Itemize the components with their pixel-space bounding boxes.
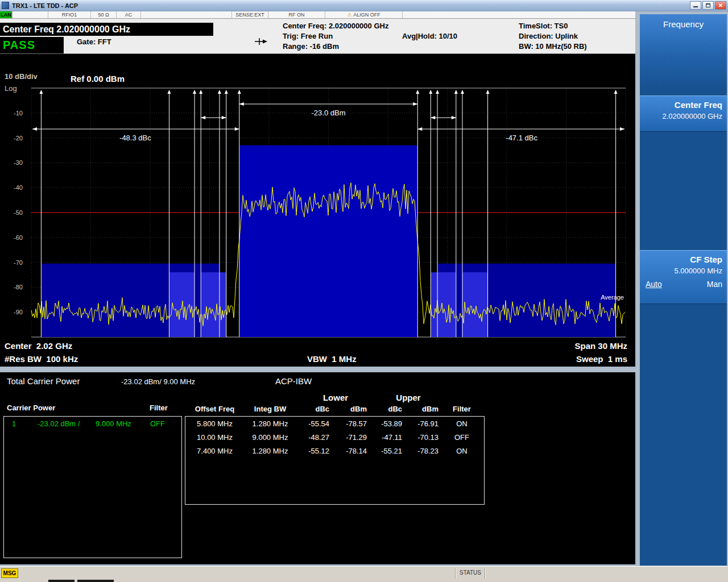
timeslot-setting: TimeSlot: TS0 [519,21,587,31]
upper-group-header: Upper [373,393,444,402]
trigger-icon [254,38,268,45]
carrier-power-header: Carrier Power [7,404,55,412]
trigger-settings: Center Freq: 2.020000000 GHz Trig: Free … [283,21,388,52]
carrier-index: 1 [12,419,38,428]
svg-text:-90: -90 [14,309,23,315]
minimize-icon [693,3,698,7]
cf-step-man-toggle[interactable]: Man [707,280,722,289]
close-icon: ✕ [718,2,723,9]
align-indicator: ⚠ ALIGN OFF [325,11,403,18]
column-header: Offset Freq [188,405,242,413]
span-footer: Span 30 MHz [574,341,627,351]
log-axis-label: Log [5,84,17,93]
menu-title: Frequency [640,14,727,90]
results-panel: Total Carrier Power -23.02 dBm/ 9.00 MHz… [0,372,635,564]
vbw-footer: VBW 1 MHz [307,354,357,364]
app-icon [2,2,9,9]
carrier-table-row: 1 -23.02 dBm / 9.000 MHz OFF [4,417,181,428]
cf-step-auto-toggle[interactable]: Auto [646,280,662,289]
cf-step-softkey-label: CF Step [640,251,727,264]
svg-text:-10: -10 [14,110,23,117]
svg-text:Average: Average [601,294,624,301]
status-cell-blank [13,11,48,18]
column-header: dBc [299,405,335,413]
measurement-bar: Center Freq 2.020000000 GHz PASS Gate: F… [0,19,635,54]
center-freq-softkey-label: Center Freq [640,96,727,110]
svg-text:-20: -20 [14,135,23,142]
bw-setting: BW: 10 MHz(50 RB) [519,41,587,52]
align-label: ALIGN OFF [353,12,380,18]
carrier-power-value: -23.02 dBm / [38,419,96,428]
status-cell-blank [403,11,635,18]
column-header: dBm [408,405,444,413]
lan-indicator: LAN [0,11,13,18]
gate-label: Gate: FFT [77,38,111,46]
restore-icon [706,3,710,7]
pass-status-badge: PASS [0,37,64,53]
svg-text:-30: -30 [14,159,23,166]
offset-table: 5.800 MHz1.280 MHz-55.54-78.57-53.89-76.… [185,416,485,505]
offset-table-row: 10.00 MHz9.000 MHz-48.27-71.29-47.11-70.… [188,433,484,447]
cf-step-softkey-value: 5.000000 MHz [640,264,727,275]
center-freq-softkey-value: 2.020000000 GHz [640,110,727,120]
sweep-footer: Sweep 1 ms [576,354,627,364]
coupling-indicator: AC [117,11,141,18]
titlebar: TRX1 - LTE TDD - ACP ✕ [0,0,728,11]
carrier-bw-value: 9.000 MHz [96,419,150,428]
rf-indicator: RF ON [268,11,325,18]
column-header: dBc [373,405,408,413]
softkey-menu: Frequency Center Freq 2.020000000 GHz CF… [640,14,727,566]
svg-text:-48.3 dBc: -48.3 dBc [119,134,151,142]
scale-label: 10 dB/div [5,72,38,81]
restore-button[interactable] [702,1,714,10]
res-bw-footer: #Res BW 100 kHz [5,354,78,364]
center-freq-softkey[interactable]: Center Freq 2.020000000 GHz [640,95,727,132]
spectrum-plot: -10-20-30-40-50-60-70-80-90-23.0 dBm-48.… [0,54,635,338]
svg-text:-40: -40 [14,184,23,191]
offset-table-group-headers: Lower Upper [188,393,479,402]
measurement-title: ACP-IBW [275,376,312,386]
direction-setting: Direction: Uplink [519,31,587,41]
offset-table-row: 5.800 MHz1.280 MHz-55.54-78.57-53.89-76.… [188,419,484,433]
trig-setting: Trig: Free Run [283,31,388,41]
offset-table-row: 7.400 MHz1.280 MHz-55.12-78.14-55.21-78.… [188,447,484,460]
carrier-table: 1 -23.02 dBm / 9.000 MHz OFF [3,416,182,558]
avg-hold-setting: Avg|Hold: 10/10 [402,32,457,40]
column-header: dBm [335,405,373,413]
lower-group-header: Lower [299,393,373,402]
impedance-indicator: 50 Ω [91,11,117,18]
range-setting: Range: -16 dBm [283,41,388,52]
status-cell-blank [141,11,232,18]
statusbar-divider [485,568,486,579]
column-header: Filter [444,405,479,413]
minimize-button[interactable] [690,1,701,10]
radio-settings: TimeSlot: TS0 Direction: Uplink BW: 10 M… [519,21,587,52]
svg-text:-50: -50 [14,209,23,216]
msg-badge: MSG [1,568,18,578]
center-freq-footer: Center 2.02 GHz [5,341,72,351]
column-header: Integ BW [242,405,299,413]
status-strip: LAN RFIO1 50 Ω AC SENSE:EXT RF ON ⚠ ALIG… [0,11,635,19]
offset-table-body: 5.800 MHz1.280 MHz-55.54-78.57-53.89-76.… [185,419,484,460]
statusbar-divider [455,568,456,579]
svg-text:-70: -70 [14,259,23,266]
graph-area: -10-20-30-40-50-60-70-80-90-23.0 dBm-48.… [0,54,635,367]
carrier-filter-value: OFF [150,419,188,428]
ref-level-label: Ref 0.00 dBm [71,74,125,84]
warning-icon: ⚠ [347,12,351,18]
taskbar-fragment [77,580,114,582]
carrier-filter-header: Filter [150,404,168,412]
svg-text:-80: -80 [14,284,23,290]
sense-indicator: SENSE:EXT [232,11,268,18]
taskbar-fragment [48,580,75,582]
close-button[interactable]: ✕ [715,1,726,10]
bottom-status-bar: MSG STATUS [0,566,728,582]
total-carrier-power-value: -23.02 dBm/ 9.00 MHz [121,377,195,386]
cf-step-softkey[interactable]: CF Step 5.000000 MHz Auto Man [640,250,727,304]
window-title: TRX1 - LTE TDD - ACP [12,2,78,9]
svg-text:-60: -60 [14,234,23,241]
rfio-indicator: RFIO1 [48,11,91,18]
window-buttons: ✕ [690,1,726,10]
app-window: TRX1 - LTE TDD - ACP ✕ LAN RFIO1 50 Ω AC… [0,0,728,582]
svg-text:-47.1 dBc: -47.1 dBc [506,134,537,142]
